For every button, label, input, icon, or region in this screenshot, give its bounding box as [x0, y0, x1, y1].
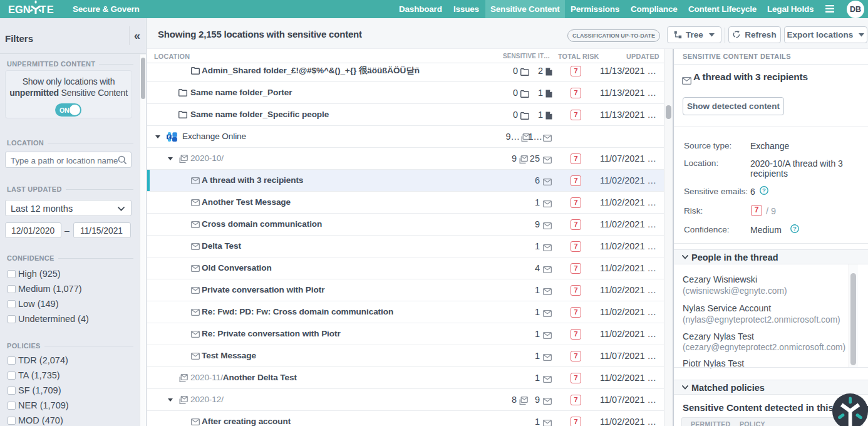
svg-text:EGN: EGN	[8, 4, 31, 14]
svg-text:?: ?	[762, 187, 766, 194]
svg-text:?: ?	[793, 225, 797, 232]
svg-text:TE: TE	[40, 4, 54, 14]
